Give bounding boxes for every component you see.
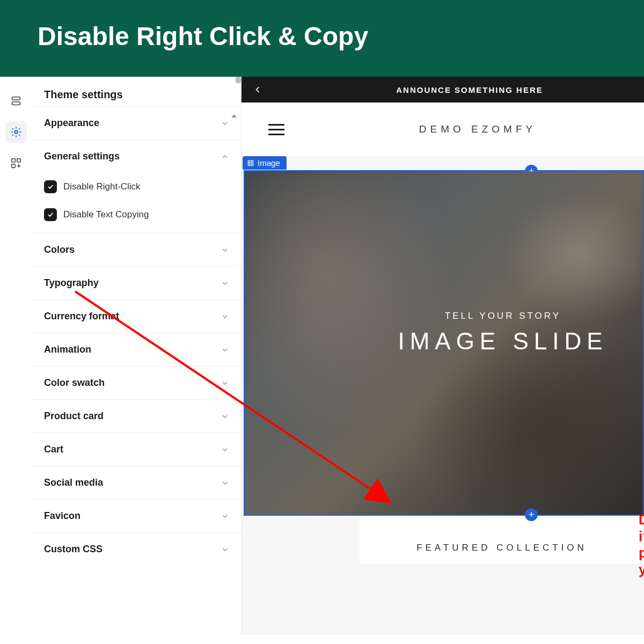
banner-title: Disable Right Click & Copy	[38, 21, 606, 51]
section-label: Cart	[44, 444, 63, 455]
svg-rect-3	[12, 159, 15, 162]
chevron-down-icon	[221, 479, 229, 487]
section-label: Animation	[44, 344, 91, 355]
chevron-down-icon	[221, 379, 229, 387]
hamburger-icon[interactable]	[268, 124, 284, 135]
chevron-down-icon	[221, 312, 229, 321]
chevron-down-icon	[221, 412, 229, 421]
section-appearance[interactable]: Appearance	[32, 106, 241, 140]
section-label: Product card	[44, 411, 104, 422]
checkbox-checked-icon[interactable]	[44, 208, 57, 221]
section-general[interactable]: General settings	[32, 140, 241, 173]
store-brand: DEMO EZOMFY	[284, 123, 617, 135]
section-label: Appearance	[44, 118, 99, 129]
checkbox-label: Disable Right-Click	[63, 181, 141, 192]
section-label: Typography	[44, 277, 99, 289]
check-disable-right-click[interactable]: Disable Right-Click	[32, 173, 241, 201]
section-label: Social media	[44, 477, 103, 488]
section-colors[interactable]: Colors	[32, 233, 241, 266]
svg-rect-1	[12, 102, 20, 105]
svg-rect-0	[12, 97, 20, 100]
section-label: Currency format	[44, 311, 119, 322]
add-below-icon[interactable]: +	[525, 508, 538, 521]
checkbox-checked-icon[interactable]	[44, 180, 57, 193]
chevron-down-icon	[221, 346, 229, 354]
section-label: Color swatch	[44, 377, 105, 389]
settings-sidebar: Theme settings Appearance General settin…	[32, 77, 241, 635]
apps-icon[interactable]	[5, 152, 27, 174]
section-label: Custom CSS	[44, 544, 103, 555]
hero-title: IMAGE SLIDE	[245, 328, 643, 355]
chevron-down-icon	[221, 512, 229, 521]
image-slide-block[interactable]: + TELL YOUR STORY IMAGE SLIDE +	[244, 170, 644, 516]
svg-rect-5	[12, 164, 15, 167]
left-iconbar	[0, 77, 32, 635]
section-typography[interactable]: Typography	[32, 266, 241, 299]
chevron-down-icon	[221, 119, 229, 128]
sidebar-title: Theme settings	[32, 77, 241, 106]
section-social[interactable]: Social media	[32, 466, 241, 499]
store-header: DEMO EZOMFY	[241, 103, 644, 156]
announcement-bar: ANNOUNCE SOMETHING HERE	[241, 77, 644, 103]
section-favicon[interactable]: Favicon	[32, 499, 241, 532]
chevron-up-icon	[221, 152, 229, 161]
chevron-down-icon	[221, 279, 229, 288]
section-label: Favicon	[44, 510, 80, 522]
section-custom-css[interactable]: Custom CSS	[32, 532, 241, 566]
section-currency[interactable]: Currency format	[32, 299, 241, 333]
hero-overlay: TELL YOUR STORY IMAGE SLIDE	[245, 171, 643, 515]
image-tag-label: Image	[258, 158, 280, 167]
chevron-down-icon	[221, 545, 229, 554]
section-animation[interactable]: Animation	[32, 333, 241, 366]
theme-preview: ANNOUNCE SOMETHING HERE DEMO EZOMFY Imag…	[241, 77, 644, 635]
svg-rect-4	[17, 159, 20, 162]
announce-text: ANNOUNCE SOMETHING HERE	[263, 85, 633, 94]
check-disable-text-copy[interactable]: Disable Text Copying	[32, 201, 241, 233]
settings-icon[interactable]	[5, 121, 27, 143]
checkbox-label: Disable Text Copying	[63, 209, 149, 220]
sections-icon[interactable]	[5, 90, 27, 112]
section-label: Colors	[44, 244, 75, 255]
featured-collection-heading: FEATURED COLLECTION	[360, 516, 644, 564]
image-block-tag[interactable]: Image	[243, 156, 287, 170]
annotation-warning: Disable it to protect you	[639, 511, 644, 578]
section-product-card[interactable]: Product card	[32, 399, 241, 433]
main-area: Theme settings Appearance General settin…	[0, 77, 644, 635]
hero-subtitle: TELL YOUR STORY	[245, 311, 643, 321]
section-label: General settings	[44, 151, 120, 162]
back-chevron-icon[interactable]	[252, 84, 263, 95]
chevron-down-icon	[221, 445, 229, 454]
svg-point-2	[14, 130, 18, 134]
scrollbar-thumb[interactable]	[236, 77, 241, 83]
section-swatch[interactable]: Color swatch	[32, 366, 241, 399]
section-cart[interactable]: Cart	[32, 433, 241, 466]
hero-image: TELL YOUR STORY IMAGE SLIDE	[245, 171, 643, 515]
caret-up-icon[interactable]	[231, 114, 237, 118]
promo-banner: Disable Right Click & Copy	[0, 0, 644, 77]
chevron-down-icon	[221, 246, 229, 254]
